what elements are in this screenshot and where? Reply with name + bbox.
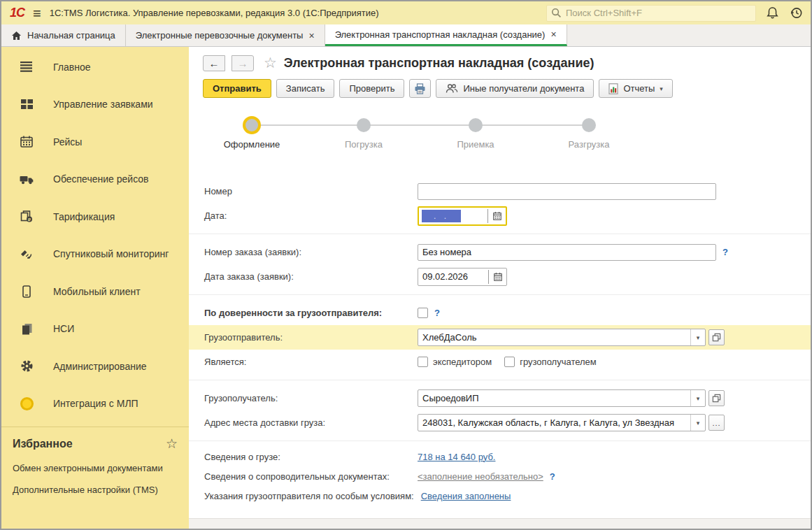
forwarder-checkbox[interactable] — [418, 357, 428, 367]
date-input[interactable]: . . — [418, 206, 507, 226]
footer-strip — [189, 518, 811, 529]
number-input[interactable] — [418, 183, 716, 200]
calendar-icon[interactable] — [489, 272, 506, 282]
favorite-item-edo-exchange[interactable]: Обмен электронными документами — [13, 463, 178, 473]
step-label: Погрузка — [345, 139, 383, 150]
sidebar-item-label: Рейсы — [53, 136, 82, 148]
open-form-button[interactable] — [708, 329, 725, 345]
open-form-button[interactable] — [708, 390, 725, 406]
sidebar-item-label: Администрирование — [53, 361, 147, 372]
step-dot — [582, 118, 596, 132]
cargo-info-link[interactable]: 718 на 14 640 руб. — [418, 452, 495, 462]
forward-button[interactable]: → — [232, 55, 254, 71]
form-separator — [189, 294, 811, 295]
favorites-star-icon[interactable]: ☆ — [166, 436, 178, 452]
step-unloading[interactable]: Разгрузка — [540, 116, 638, 150]
proxy-checkbox[interactable] — [418, 308, 428, 318]
close-icon[interactable]: × — [550, 29, 556, 39]
send-button[interactable]: Отправить — [203, 79, 271, 98]
form-separator — [189, 380, 811, 380]
sidebar-item-tariffication[interactable]: ₽ Тарификация — [1, 198, 189, 236]
other-recipients-button[interactable]: Иные получатели документа — [436, 79, 594, 98]
progress-stepper: Оформление Погрузка Приемка Разгрузка — [189, 116, 811, 162]
chevron-down-icon[interactable]: ▾ — [690, 390, 705, 406]
chevron-down-icon[interactable]: ▾ — [690, 329, 705, 345]
delivery-address-label: Адрес места доставки груза: — [204, 417, 418, 428]
order-date-value: 09.02.2026 — [418, 271, 488, 282]
satellite-icon — [18, 248, 35, 260]
tariff-icon: ₽ — [18, 210, 35, 222]
reports-button[interactable]: Отчеты ▾ — [599, 79, 672, 98]
order-number-input[interactable] — [418, 244, 716, 261]
calendar-icon[interactable] — [488, 211, 506, 221]
waybill-form: Номер Дата: . . Номе — [189, 179, 811, 506]
special-conditions-link[interactable]: Сведения заполнены — [421, 491, 511, 501]
back-button[interactable]: ← — [203, 55, 225, 71]
chevron-down-icon[interactable]: ▾ — [690, 415, 705, 431]
accompanying-docs-row: Сведения о сопроводительных документах: … — [189, 466, 811, 486]
tab-label: Электронная транспортная накладная (созд… — [335, 29, 546, 40]
help-icon[interactable]: ? — [722, 247, 728, 257]
toolbar: Отправить Записать Проверить Иные получа… — [203, 79, 811, 98]
delivery-address-input[interactable]: 248031, Калужская область, г Калуга, г К… — [418, 414, 706, 431]
accompanying-docs-link[interactable]: <заполнение необязательно> — [418, 471, 543, 482]
favorite-item-tms-settings[interactable]: Дополнительные настройки (TMS) — [13, 485, 178, 495]
sidebar-item-nsi[interactable]: НСИ — [1, 310, 189, 348]
favorite-star-icon[interactable]: ☆ — [264, 55, 277, 71]
consignee-checkbox[interactable] — [504, 357, 515, 367]
save-button[interactable]: Записать — [276, 79, 335, 98]
sidebar-item-mlp-integration[interactable]: Интеграция с МЛП — [1, 385, 189, 423]
tab-bar: Начальная страница Электронные перевозоч… — [1, 24, 811, 47]
calendar-icon — [18, 136, 35, 148]
step-label: Оформление — [224, 139, 280, 150]
printer-icon — [414, 83, 426, 94]
sidebar-item-label: Интеграция с МЛП — [53, 398, 138, 409]
report-icon — [608, 83, 618, 94]
accompanying-docs-label: Сведения о сопроводительных документах: — [204, 471, 418, 482]
notifications-bell-icon[interactable] — [764, 6, 780, 21]
print-button[interactable] — [409, 79, 431, 98]
form-separator — [189, 441, 811, 441]
sidebar-item-mobile-client[interactable]: Мобильный клиент — [1, 273, 189, 310]
order-date-input[interactable]: 09.02.2026 — [418, 268, 507, 286]
step-registration[interactable]: Оформление — [203, 116, 301, 150]
order-date-row: Дата заказа (заявки): 09.02.2026 — [189, 264, 811, 289]
main-content: ← → ☆ Электронная транспортная накладная… — [189, 47, 811, 529]
sidebar-item-requests[interactable]: Управление заявками — [1, 86, 189, 124]
app-window: 1С ≡ 1С:TMS Логистика. Управление перево… — [0, 0, 812, 530]
sidebar-item-trips[interactable]: Рейсы — [1, 123, 189, 161]
favorites-section: Избранное ☆ Обмен электронными документа… — [1, 427, 189, 529]
yellow-circle-icon — [18, 397, 35, 410]
sidebar-item-satellite-monitoring[interactable]: Спутниковый мониторинг — [1, 236, 189, 273]
help-icon[interactable]: ? — [550, 471, 555, 482]
global-search[interactable] — [546, 5, 756, 22]
history-icon[interactable] — [788, 6, 804, 21]
sidebar-item-label: Главное — [53, 62, 91, 73]
tab-transport-documents[interactable]: Электронные перевозочные документы × — [126, 24, 325, 46]
app-title: 1С:TMS Логистика. Управление перевозками… — [50, 8, 379, 18]
sidebar-item-label: НСИ — [53, 323, 74, 334]
consignee-input[interactable]: СыроедовИП ▾ — [418, 389, 706, 407]
sidebar-item-administration[interactable]: Администрирование — [1, 348, 189, 385]
tab-home[interactable]: Начальная страница — [1, 24, 126, 46]
shipper-value: ХлебДаСоль — [418, 332, 690, 343]
form-separator — [189, 234, 811, 234]
order-date-label: Дата заказа (заявки): — [204, 271, 418, 282]
sidebar-item-trip-support[interactable]: Обеспечение рейсов — [1, 161, 189, 199]
step-loading[interactable]: Погрузка — [315, 116, 413, 150]
search-input[interactable] — [566, 8, 751, 18]
step-acceptance[interactable]: Приемка — [427, 116, 525, 150]
cargo-info-label: Сведения о грузе: — [204, 452, 418, 462]
date-label: Дата: — [204, 210, 418, 221]
shipper-row: Грузоотправитель: ХлебДаСоль ▾ — [189, 325, 811, 350]
shipper-input[interactable]: ХлебДаСоль ▾ — [418, 329, 706, 346]
stepper-line — [252, 124, 589, 126]
main-menu-icon[interactable]: ≡ — [33, 6, 41, 20]
sidebar-item-main[interactable]: Главное — [1, 48, 189, 86]
tab-waybill-creation[interactable]: Электронная транспортная накладная (созд… — [325, 24, 567, 46]
help-icon[interactable]: ? — [434, 308, 440, 318]
close-icon[interactable]: × — [308, 31, 314, 41]
more-button[interactable]: ... — [708, 415, 725, 431]
check-button[interactable]: Проверить — [339, 79, 404, 98]
delivery-address-row: Адрес места доставки груза: 248031, Калу… — [189, 410, 811, 435]
